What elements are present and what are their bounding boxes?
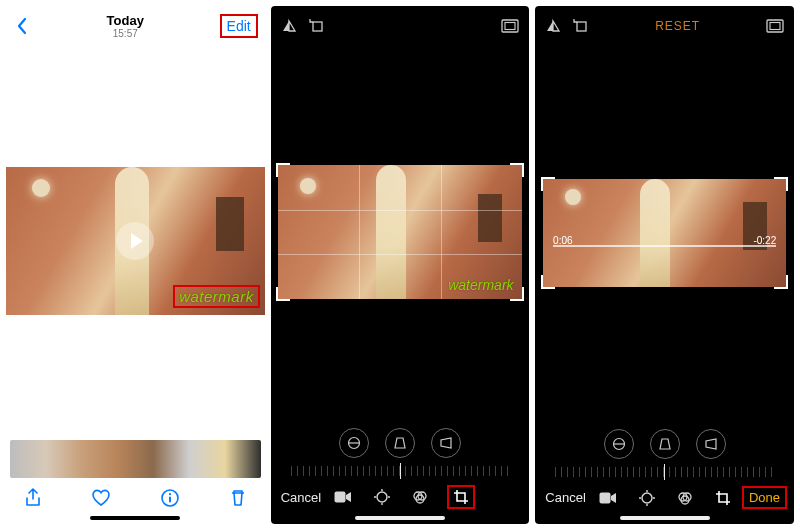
video-mode-icon[interactable]: [599, 492, 617, 504]
aspect-ratio-icon[interactable]: [501, 19, 519, 33]
lamp-glow: [565, 189, 581, 205]
crop-frame[interactable]: 0:06 -0:22: [543, 179, 786, 287]
svg-rect-22: [600, 492, 611, 503]
flip-vertical-icon[interactable]: [281, 19, 297, 33]
crop-handle-br[interactable]: [510, 287, 524, 301]
angle-ruler[interactable]: [291, 460, 510, 482]
crop-handle-tr[interactable]: [510, 163, 524, 177]
crop-mode-icon[interactable]: [450, 488, 472, 506]
favorite-heart-icon[interactable]: [91, 489, 111, 507]
time-remaining: -0:22: [753, 235, 776, 246]
adjust-mode-icon[interactable]: [639, 490, 655, 506]
cancel-button[interactable]: Cancel: [281, 490, 321, 505]
thumbnail-strip[interactable]: [10, 440, 261, 478]
bottom-toolbar: [6, 482, 265, 510]
svg-rect-5: [505, 23, 515, 30]
archway: [640, 179, 670, 287]
screen-crop-editor-done: RESET 0:06 -0:22: [535, 6, 794, 524]
adjust-mode-icon[interactable]: [374, 489, 390, 505]
crop-handle-bl[interactable]: [276, 287, 290, 301]
filters-mode-icon[interactable]: [677, 490, 693, 506]
page-subtitle: 15:57: [107, 28, 144, 39]
nav-bar: Today 15:57 Edit: [6, 6, 265, 42]
scrub-bar[interactable]: [553, 245, 776, 247]
angle-ruler[interactable]: [555, 461, 774, 483]
video-preview-area: watermark: [6, 42, 265, 440]
crop-mode-icon[interactable]: [715, 490, 731, 506]
svg-rect-3: [313, 22, 322, 31]
grid-line: [359, 165, 360, 299]
grid-line: [278, 210, 521, 211]
time-elapsed: 0:06: [553, 235, 572, 246]
crop-handle-br[interactable]: [774, 275, 788, 289]
svg-rect-17: [577, 22, 586, 31]
edit-mode-icons: [599, 490, 731, 506]
watermark-label: watermark: [176, 288, 257, 305]
window-shutter: [216, 197, 244, 251]
done-button[interactable]: Done: [745, 489, 784, 506]
editor-bottom-bar: Cancel: [271, 482, 530, 510]
horizontal-perspective-button[interactable]: [696, 429, 726, 459]
window-shutter: [478, 194, 502, 242]
rotate-icon[interactable]: [309, 18, 325, 34]
svg-rect-19: [770, 23, 780, 30]
crop-canvas[interactable]: watermark: [271, 40, 530, 424]
svg-point-9: [377, 492, 387, 502]
straighten-button[interactable]: [604, 429, 634, 459]
info-icon[interactable]: [160, 488, 180, 508]
video-thumbnail[interactable]: watermark: [6, 167, 265, 315]
adjust-buttons-row: [271, 424, 530, 460]
screen-crop-editor: watermark: [271, 6, 530, 524]
archway: [376, 165, 406, 299]
lamp-glow: [300, 178, 316, 194]
home-indicator: [355, 516, 445, 520]
crop-frame[interactable]: watermark: [278, 165, 521, 299]
editor-bottom-bar: Cancel Done: [535, 483, 794, 510]
aspect-ratio-icon[interactable]: [766, 19, 784, 33]
trash-icon[interactable]: [229, 488, 247, 508]
ruler-center-mark: [664, 464, 665, 480]
reset-button[interactable]: RESET: [655, 19, 700, 33]
straighten-button[interactable]: [339, 428, 369, 458]
home-indicator: [90, 516, 180, 520]
share-icon[interactable]: [24, 488, 42, 508]
video-mode-icon[interactable]: [334, 491, 352, 503]
flip-vertical-icon[interactable]: [545, 19, 561, 33]
vertical-perspective-button[interactable]: [385, 428, 415, 458]
edit-button[interactable]: Edit: [223, 17, 255, 35]
play-icon[interactable]: [116, 222, 154, 260]
crop-canvas[interactable]: 0:06 -0:22: [535, 40, 794, 425]
svg-rect-18: [767, 20, 783, 32]
grid-line: [278, 254, 521, 255]
svg-rect-4: [502, 20, 518, 32]
cancel-button[interactable]: Cancel: [545, 490, 585, 505]
watermark-label: watermark: [448, 277, 513, 293]
svg-rect-2: [169, 497, 171, 503]
horizontal-perspective-button[interactable]: [431, 428, 461, 458]
edit-mode-icons: [334, 488, 472, 506]
rotate-icon[interactable]: [573, 18, 589, 34]
vertical-perspective-button[interactable]: [650, 429, 680, 459]
grid-line: [441, 165, 442, 299]
editor-top-bar: [271, 6, 530, 40]
home-indicator: [620, 516, 710, 520]
lamp-glow: [32, 179, 50, 197]
svg-point-23: [642, 493, 652, 503]
crop-handle-tl[interactable]: [276, 163, 290, 177]
screen-photo-viewer: Today 15:57 Edit watermark: [6, 6, 265, 524]
svg-point-1: [169, 493, 171, 495]
three-screens-row: Today 15:57 Edit watermark: [0, 0, 800, 530]
title-wrap: Today 15:57: [107, 13, 144, 39]
crop-handle-tl[interactable]: [541, 177, 555, 191]
page-title: Today: [107, 13, 144, 28]
crop-handle-tr[interactable]: [774, 177, 788, 191]
svg-rect-8: [335, 492, 346, 503]
adjust-buttons-row: [535, 425, 794, 461]
filters-mode-icon[interactable]: [412, 489, 428, 505]
crop-handle-bl[interactable]: [541, 275, 555, 289]
back-chevron-icon[interactable]: [16, 17, 28, 35]
editor-top-bar: RESET: [535, 6, 794, 40]
ruler-center-mark: [400, 463, 401, 479]
